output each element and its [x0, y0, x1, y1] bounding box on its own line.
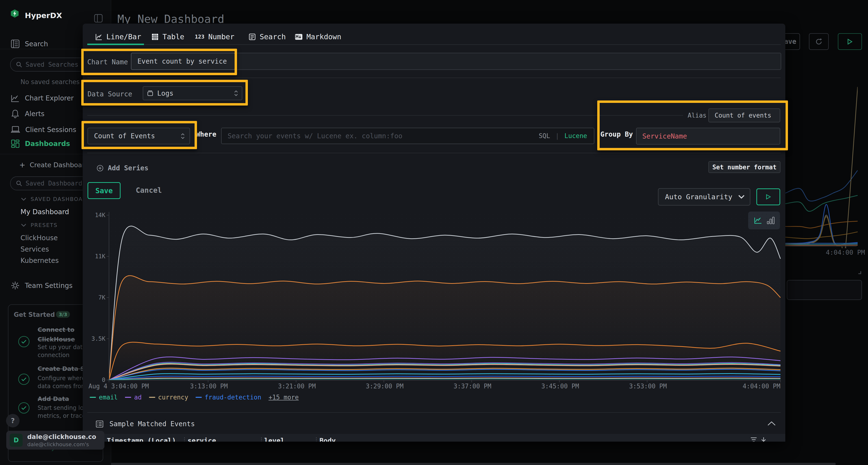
- x-tick-label: 3:45:00 PM: [541, 383, 579, 390]
- aggregation-select[interactable]: Count of Events: [88, 128, 190, 144]
- sidebar-item-alerts[interactable]: Alerts: [11, 109, 44, 118]
- legend-more-label: +15 more: [269, 394, 299, 401]
- create-dashboard-button[interactable]: + Create Dashboard: [19, 161, 89, 169]
- sql-toggle[interactable]: SQL: [539, 132, 550, 139]
- tab-number[interactable]: 123 Number: [195, 33, 235, 41]
- legend-swatch: [125, 397, 131, 398]
- refresh-icon: [815, 38, 823, 46]
- column-header-service[interactable]: service: [188, 437, 216, 442]
- sidebar-item-label: Team Settings: [25, 281, 72, 290]
- lucene-toggle[interactable]: Lucene: [564, 132, 587, 139]
- alias-input[interactable]: Count of events: [708, 108, 780, 122]
- y-tick-label: 14K: [95, 212, 105, 219]
- active-tab-underline: [87, 44, 144, 45]
- column-header-level[interactable]: level: [264, 437, 284, 442]
- tab-label: Table: [162, 33, 184, 41]
- sidebar-item-kubernetes[interactable]: Kubernetes: [21, 257, 59, 265]
- legend-swatch: [195, 397, 202, 398]
- legend-label: fraud-detection: [205, 394, 261, 401]
- legend-swatch: [90, 397, 96, 398]
- save-button[interactable]: Save: [88, 182, 121, 199]
- page: HyperDX Search Saved Searches No saved s…: [0, 0, 868, 465]
- background-time-label: 4:04:00 PM: [826, 248, 865, 256]
- check-circle-icon: [18, 402, 30, 414]
- column-separator: ⋮: [182, 436, 187, 442]
- divider: [87, 412, 781, 413]
- data-source-select[interactable]: Logs: [143, 86, 242, 100]
- sidebar-item-services[interactable]: Services: [21, 245, 49, 253]
- y-axis-line: [109, 212, 109, 380]
- background-refresh-button[interactable]: [809, 33, 829, 50]
- granularity-select[interactable]: Auto Granularity: [658, 188, 750, 205]
- sidebar-collapse-icon[interactable]: [94, 14, 103, 23]
- sidebar-item-my-dashboard[interactable]: My Dashboard: [21, 208, 69, 216]
- legend-item-ad[interactable]: ad: [125, 394, 142, 401]
- bell-icon: [11, 109, 20, 118]
- get-started-title: Get Started: [14, 311, 55, 318]
- tab-search[interactable]: Search: [249, 33, 286, 41]
- help-button[interactable]: ?: [6, 414, 20, 427]
- section-presets[interactable]: PRESETS: [21, 222, 58, 228]
- main-chart: [109, 212, 780, 380]
- download-icon[interactable]: [761, 437, 767, 442]
- legend-item-currency[interactable]: currency: [149, 394, 188, 401]
- set-number-format-label: Set number format: [712, 164, 776, 171]
- tab-line-bar[interactable]: Line/Bar: [95, 33, 141, 41]
- play-icon: [847, 39, 852, 44]
- line-chart-icon: [95, 33, 102, 40]
- get-started-step[interactable]: Connect toClickHouse: [38, 325, 89, 344]
- y-tick-label: 7K: [98, 294, 105, 301]
- save-label: Save: [95, 187, 113, 195]
- profile-chip[interactable]: D dale@clickhouse.co dale@clickhouse.com…: [6, 431, 104, 450]
- sidebar-item-dashboards[interactable]: Dashboards: [11, 139, 70, 148]
- cancel-label: Cancel: [136, 186, 162, 194]
- tab-table[interactable]: Table: [151, 33, 184, 41]
- tab-markdown[interactable]: Markdown: [295, 33, 341, 41]
- search-icon: [16, 180, 22, 187]
- y-tick-label: 0: [102, 376, 105, 383]
- sidebar-item-team-settings[interactable]: Team Settings: [11, 281, 72, 290]
- background-scrollbar[interactable]: [111, 463, 836, 465]
- search-doc-icon: [249, 33, 256, 40]
- tab-label: Search: [260, 33, 286, 41]
- where-input[interactable]: Search your events w/ Lucene ex. column:…: [221, 128, 594, 144]
- saved-dashboards-placeholder: Saved Dashboards: [26, 180, 86, 187]
- x-tick-label: 3:53:00 PM: [629, 383, 667, 390]
- background-play-button[interactable]: [838, 33, 862, 50]
- column-header-body[interactable]: Body: [319, 437, 336, 442]
- column-header-timestamp[interactable]: Timestamp (Local): [107, 437, 176, 442]
- set-number-format-button[interactable]: Set number format: [708, 161, 780, 173]
- sidebar-item-clickhouse[interactable]: ClickHouse: [21, 234, 58, 242]
- legend-label: email: [99, 394, 118, 401]
- add-series-button[interactable]: Add Series: [97, 164, 149, 172]
- get-started-badge: 3/3: [56, 311, 70, 318]
- resize-handle-icon[interactable]: [857, 269, 861, 274]
- run-query-button[interactable]: [756, 189, 780, 205]
- x-tick-label: 3:29:00 PM: [366, 383, 404, 390]
- column-separator: ⋮: [313, 436, 319, 442]
- filter-icon[interactable]: [750, 437, 757, 442]
- add-series-label: Add Series: [108, 164, 149, 172]
- sidebar-item-label: Dashboards: [25, 140, 70, 148]
- legend-item-email[interactable]: email: [90, 394, 118, 401]
- sidebar-item-search[interactable]: Search: [11, 39, 48, 48]
- background-chart: [785, 84, 858, 248]
- chart-name-value-box[interactable]: Event count by service: [131, 53, 235, 70]
- cancel-button[interactable]: Cancel: [136, 186, 162, 194]
- legend-item-fraud-detection[interactable]: fraud-detection: [195, 394, 261, 401]
- x-axis-line: [109, 380, 780, 380]
- background-input: [787, 280, 862, 300]
- tab-label: Number: [208, 33, 235, 41]
- legend-label: currency: [158, 394, 188, 401]
- background-chart-tick: [846, 246, 846, 248]
- collapse-chevron-icon[interactable]: [767, 421, 776, 426]
- x-tick-label: Aug 4 3:04:00 PM: [89, 383, 149, 390]
- divider: [87, 153, 781, 153]
- toggle-separator: |: [555, 132, 559, 139]
- sidebar-item-chart-explorer[interactable]: Chart Explorer: [11, 94, 73, 102]
- sidebar-item-client-sessions[interactable]: Client Sessions: [11, 125, 76, 134]
- legend-more-link[interactable]: +15 more: [269, 394, 299, 401]
- group-by-input[interactable]: ServiceName: [636, 128, 780, 144]
- select-chevrons-icon: [181, 133, 185, 139]
- section-label: PRESETS: [31, 222, 58, 228]
